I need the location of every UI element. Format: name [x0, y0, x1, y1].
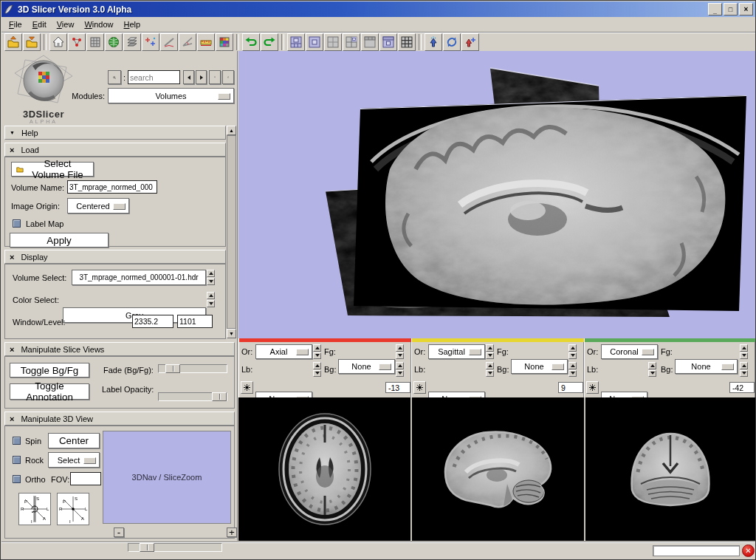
level-value-input[interactable] [177, 315, 213, 328]
foreground-spinner[interactable] [740, 344, 748, 359]
spin-checkbox[interactable] [13, 437, 21, 445]
panel-scroll-down-icon[interactable]: ▼ [227, 329, 236, 338]
menu-file[interactable]: File [5, 18, 29, 30]
label-opacity-slider[interactable] [158, 392, 227, 401]
open-scene-button[interactable] [4, 33, 22, 51]
tabbed-slice-layout-icon[interactable] [361, 33, 379, 51]
menu-help[interactable]: Help [120, 18, 148, 30]
models-module-icon[interactable] [105, 33, 123, 51]
foreground-spinner[interactable] [396, 344, 404, 359]
close-button[interactable]: × [739, 3, 753, 16]
menu-view[interactable]: View [53, 18, 81, 30]
navzoom-pad[interactable]: 3DNav / SliceZoom [103, 431, 231, 524]
visibility-eye-icon[interactable] [241, 381, 253, 394]
search-icon[interactable] [108, 70, 121, 84]
select-volume-file-button[interactable]: Select Volume File [11, 162, 94, 177]
label-map-checkbox[interactable] [13, 219, 21, 228]
rock-checkbox[interactable] [13, 456, 21, 464]
label-opacity-slider-handle[interactable] [212, 392, 227, 401]
ruler-icon[interactable] [160, 33, 178, 51]
search-next-button[interactable] [196, 70, 207, 84]
collapse-icon[interactable]: × [10, 253, 14, 262]
slice-offset-value[interactable]: 9 [558, 382, 583, 393]
background-spinner[interactable] [740, 362, 748, 377]
fiducial-points-icon[interactable] [142, 33, 159, 51]
foreground-dropdown[interactable]: None [338, 359, 395, 374]
nav-zoom-in-button[interactable]: + [227, 527, 237, 537]
error-log-icon[interactable]: ✕ [742, 544, 755, 557]
panel-scroll-up-icon[interactable]: ▲ [227, 126, 236, 135]
viewport-3d[interactable] [238, 51, 755, 338]
label-layer-spinner[interactable] [486, 362, 494, 377]
rotate-mode-icon[interactable] [443, 33, 461, 51]
slice-offset-value[interactable]: -13 [385, 382, 410, 393]
collapse-icon[interactable]: × [10, 345, 14, 354]
tabbed-3d-layout-icon[interactable] [379, 33, 397, 51]
foreground-dropdown[interactable]: None [675, 359, 738, 374]
section-load-header[interactable]: × Load [4, 143, 226, 157]
menu-window[interactable]: Window [80, 18, 120, 30]
pick-mode-icon[interactable] [425, 33, 442, 51]
visibility-eye-icon[interactable] [586, 381, 599, 394]
apply-button[interactable]: Apply [10, 233, 109, 247]
collapse-icon[interactable]: × [10, 146, 14, 154]
search-prev-button[interactable] [183, 70, 194, 84]
volume-name-input[interactable] [67, 180, 157, 194]
fiducials-module-icon[interactable] [68, 33, 86, 51]
transforms-module-icon[interactable] [123, 33, 141, 51]
nav-zoom-out-button[interactable]: - [114, 527, 124, 537]
volume-select-combo[interactable]: 3T_mprage_normed_000001-01.hdr [72, 270, 206, 285]
image-origin-dropdown[interactable]: Centered [67, 198, 129, 214]
colors-module-icon[interactable] [216, 33, 233, 51]
ortho-checkbox[interactable] [13, 475, 21, 483]
3d-only-layout-icon[interactable] [306, 33, 323, 51]
toggle-bgfg-button[interactable]: Toggle Bg/Fg [10, 363, 89, 378]
home-icon[interactable] [49, 33, 67, 51]
conventional-layout-icon[interactable] [287, 33, 305, 51]
background-spinner[interactable] [568, 362, 577, 377]
view-axis-widget[interactable]: SP RL IA [18, 493, 51, 525]
section-slice-views-header[interactable]: × Manipulate Slice Views [4, 342, 235, 356]
select-dropdown[interactable]: Select [48, 452, 100, 468]
orientation-dropdown[interactable]: Coronal [601, 344, 658, 359]
collapse-icon[interactable]: ▼ [10, 130, 15, 135]
angle-icon[interactable] [179, 33, 196, 51]
section-display-header[interactable]: × Display [4, 250, 226, 264]
undo-icon[interactable] [242, 33, 260, 51]
toggle-annotation-button[interactable]: Toggle Annotation [10, 383, 89, 400]
search-input[interactable] [128, 70, 180, 84]
orientation-spinner[interactable] [486, 344, 494, 359]
label-layer-spinner[interactable] [313, 362, 321, 377]
window-value-input[interactable] [132, 315, 173, 328]
volume-select-spinner[interactable] [207, 270, 215, 285]
measurements-icon[interactable] [197, 33, 215, 51]
refresh-icon[interactable] [222, 70, 234, 84]
collapse-icon[interactable]: × [10, 414, 14, 423]
redo-icon[interactable] [261, 33, 278, 51]
import-scene-button[interactable] [23, 33, 41, 51]
section-help-header[interactable]: ▼ Help [4, 126, 226, 140]
place-fiducial-mode-icon[interactable] [461, 33, 479, 51]
modules-dropdown[interactable]: Volumes [108, 88, 234, 103]
background-spinner[interactable] [396, 362, 404, 377]
fov-input[interactable] [70, 472, 101, 485]
orientation-spinner[interactable] [313, 344, 321, 359]
panel-scrollbar[interactable] [227, 135, 236, 329]
minimize-button[interactable]: _ [708, 3, 722, 16]
center-button[interactable]: Center [48, 433, 100, 448]
four-pane-layout-icon[interactable] [324, 33, 342, 51]
view-axis-widget-2[interactable]: SP RL IA [57, 493, 89, 525]
viewport-sagittal[interactable] [412, 397, 584, 541]
slice-offset-value[interactable]: -42 [729, 382, 755, 393]
lightbox-layout-icon[interactable] [398, 33, 416, 51]
foreground-spinner[interactable] [568, 344, 577, 359]
search-filter-icon[interactable] [209, 70, 221, 84]
volumes-module-icon[interactable] [86, 33, 104, 51]
viewport-coronal[interactable] [585, 397, 755, 541]
orientation-dropdown[interactable]: Axial [255, 344, 312, 359]
fade-slider[interactable] [158, 364, 227, 373]
visibility-eye-icon[interactable] [413, 381, 426, 394]
four-up-layout-icon[interactable] [343, 33, 360, 51]
maximize-button[interactable]: □ [724, 3, 738, 16]
section-view3d-header[interactable]: × Manipulate 3D View [4, 412, 235, 426]
